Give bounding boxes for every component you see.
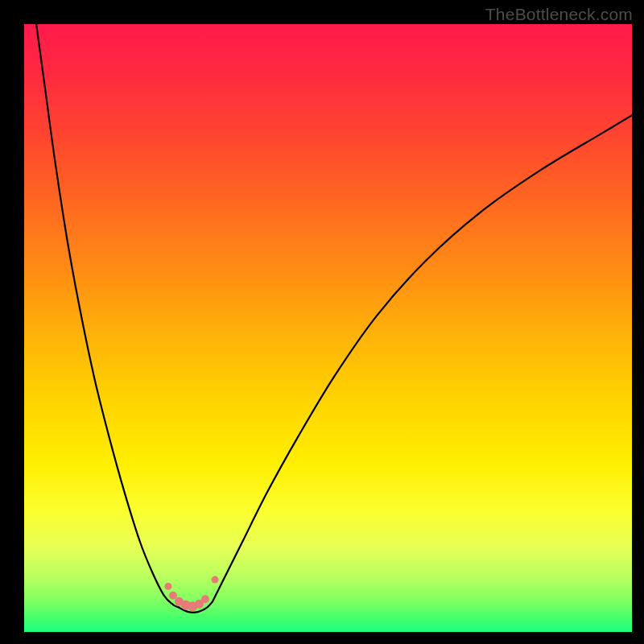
curve-left-branch [36,24,179,608]
valley-marker [212,576,219,584]
valley-marker [164,583,171,590]
valley-marker [201,595,209,603]
valley-marker [169,592,177,600]
watermark-text: TheBottleneck.com [485,5,633,24]
valley-markers [164,576,218,612]
plot-area [24,24,632,632]
chart-svg [24,24,632,632]
curve-right-branch [213,115,632,601]
outer-frame: TheBottleneck.com [0,0,644,644]
